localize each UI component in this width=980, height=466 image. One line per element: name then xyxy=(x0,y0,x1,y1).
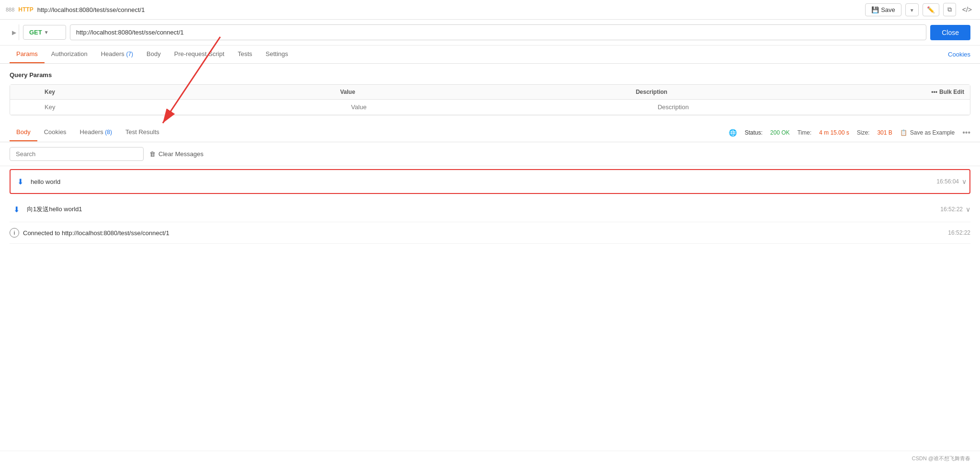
search-input[interactable] xyxy=(10,147,144,161)
save-dropdown-button[interactable]: ▼ xyxy=(905,3,919,16)
query-params-section: Query Params Key Value Description ••• B… xyxy=(0,64,980,123)
key-input[interactable] xyxy=(45,103,351,111)
response-tab-body[interactable]: Body xyxy=(10,124,37,141)
tab-headers[interactable]: Headers (7) xyxy=(94,45,140,63)
response-tab-cookies[interactable]: Cookies xyxy=(37,124,73,141)
headers-badge: (7) xyxy=(126,51,133,57)
save-file-icon: 📋 xyxy=(900,129,907,136)
status-value: 200 OK xyxy=(770,129,790,136)
protocol-badge: HTTP xyxy=(18,6,33,13)
response-meta: 🌐 Status: 200 OK Time: 4 m 15.00 s Size:… xyxy=(729,128,970,137)
message-item[interactable]: ⬇ 向1发送hello world1 16:52:22 ∨ xyxy=(10,197,970,222)
params-row xyxy=(10,100,970,115)
save-example-label: Save as Example xyxy=(910,129,955,136)
message-time: 16:52:22 xyxy=(948,229,970,236)
col-description-header: Description xyxy=(636,89,931,95)
time-value: 4 m 15.00 s xyxy=(819,129,849,136)
message-time: 16:52:22 xyxy=(940,206,963,213)
save-example-button[interactable]: 📋 Save as Example xyxy=(900,129,955,136)
copy-button[interactable]: ⧉ xyxy=(943,3,956,16)
save-button[interactable]: 💾 Save xyxy=(865,3,901,16)
method-chevron-icon: ▼ xyxy=(44,30,49,35)
dots-icon: ••• xyxy=(931,89,937,95)
size-value: 301 B xyxy=(877,129,892,136)
messages-list: ⬇ hello world 16:56:04 ∨ ⬇ 向1发送hello wor… xyxy=(0,166,980,451)
code-button[interactable]: </> xyxy=(960,3,974,16)
download-icon: ⬇ xyxy=(13,175,27,188)
message-text: hello world xyxy=(31,178,936,185)
expand-icon[interactable]: ∨ xyxy=(962,178,967,185)
query-params-title: Query Params xyxy=(10,71,970,79)
response-section: Body Cookies Headers (8) Test Results 🌐 … xyxy=(0,123,980,451)
response-tabs-bar: Body Cookies Headers (8) Test Results 🌐 … xyxy=(0,123,980,142)
pencil-icon: ✏️ xyxy=(927,6,935,13)
message-time: 16:56:04 xyxy=(936,178,959,185)
response-tab-headers[interactable]: Headers (8) xyxy=(73,124,119,141)
tab-body[interactable]: Body xyxy=(140,45,168,63)
sidebar-toggle[interactable]: ▶ xyxy=(10,24,19,40)
status-label: Status: xyxy=(744,129,762,136)
bulk-edit-label: Bulk Edit xyxy=(939,89,964,95)
top-bar-url: http://localhost:8080/test/sse/connect/1 xyxy=(37,6,862,13)
tab-params[interactable]: Params xyxy=(10,45,45,63)
watermark-text: CSDN @谁不想飞舞青春 xyxy=(912,455,970,462)
chevron-down-icon: ▼ xyxy=(910,8,914,13)
message-item[interactable]: i Connected to http://localhost:8080/tes… xyxy=(10,222,970,244)
code-icon: </> xyxy=(962,6,972,13)
line-number: 888 xyxy=(6,7,14,12)
time-label: Time: xyxy=(797,129,811,136)
method-label: GET xyxy=(29,29,42,36)
method-select[interactable]: GET ▼ xyxy=(23,25,66,40)
save-label: Save xyxy=(881,6,895,13)
clear-messages-button[interactable]: 🗑 Clear Messages xyxy=(149,150,203,158)
tab-tests[interactable]: Tests xyxy=(231,45,259,63)
tab-pre-request-script[interactable]: Pre-request Script xyxy=(168,45,231,63)
bulk-edit-button[interactable]: ••• Bulk Edit xyxy=(931,89,964,95)
tab-settings[interactable]: Settings xyxy=(259,45,295,63)
message-text: 向1发送hello world1 xyxy=(27,205,940,214)
arrow-right-icon: ▶ xyxy=(12,29,16,36)
col-value-header: Value xyxy=(340,89,635,95)
params-table-header: Key Value Description ••• Bulk Edit xyxy=(10,85,970,100)
description-input[interactable] xyxy=(658,103,964,111)
download-icon: ⬇ xyxy=(10,203,23,216)
params-table: Key Value Description ••• Bulk Edit xyxy=(10,84,970,115)
info-icon: i xyxy=(10,228,19,238)
message-item[interactable]: ⬇ hello world 16:56:04 ∨ xyxy=(10,169,970,194)
more-options-button[interactable]: ••• xyxy=(962,128,970,137)
response-headers-badge: (8) xyxy=(105,129,112,136)
col-key-header: Key xyxy=(45,89,340,95)
trash-icon: 🗑 xyxy=(149,150,156,158)
cookies-link[interactable]: Cookies xyxy=(948,51,970,58)
send-button[interactable]: Close xyxy=(930,25,970,40)
clear-messages-label: Clear Messages xyxy=(158,150,203,158)
save-icon: 💾 xyxy=(871,6,879,13)
message-search-bar: 🗑 Clear Messages xyxy=(0,142,980,166)
tab-authorization[interactable]: Authorization xyxy=(45,45,94,63)
copy-icon: ⧉ xyxy=(947,6,952,13)
footer: CSDN @谁不想飞舞青春 xyxy=(0,451,980,466)
size-label: Size: xyxy=(857,129,870,136)
globe-icon: 🌐 xyxy=(729,129,737,136)
value-input[interactable] xyxy=(351,103,657,111)
edit-button[interactable]: ✏️ xyxy=(923,3,939,16)
response-tab-test-results[interactable]: Test Results xyxy=(119,124,166,141)
url-input[interactable] xyxy=(70,24,926,40)
message-text: Connected to http://localhost:8080/test/… xyxy=(23,229,948,237)
request-tabs-bar: Params Authorization Headers (7) Body Pr… xyxy=(0,45,980,64)
expand-icon[interactable]: ∨ xyxy=(966,205,970,213)
